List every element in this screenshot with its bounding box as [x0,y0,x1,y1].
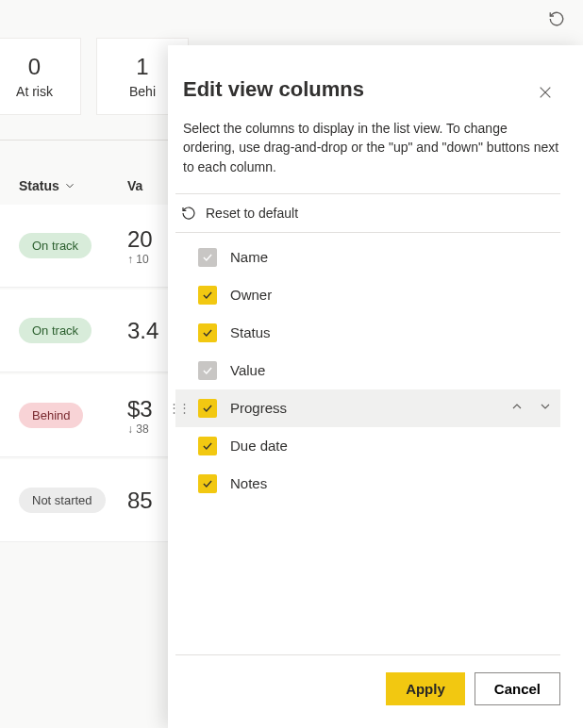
checkbox[interactable] [198,474,217,493]
panel-footer: Apply Cancel [175,654,560,728]
checkbox [198,361,217,380]
drag-handle-icon[interactable]: ⋮⋮ [168,401,183,415]
column-list: ⋮⋮ Name ⋮⋮ Owner ⋮⋮ Status ⋮⋮ Value ⋮⋮ P… [175,233,560,508]
panel-title: Edit view columns [183,77,364,102]
column-label: Status [230,324,271,340]
checkbox[interactable] [198,399,217,418]
status-badge: On track [19,233,92,258]
status-badge: Not started [19,488,106,513]
column-label: Progress [230,400,287,416]
close-icon[interactable] [530,77,560,108]
stat-card[interactable]: 0 At risk [0,38,81,115]
reset-to-default[interactable]: Reset to default [175,193,560,233]
column-item[interactable]: ⋮⋮ Progress [175,389,560,427]
column-label: Due date [230,438,288,454]
stat-number: 0 [0,54,75,80]
checkbox[interactable] [198,437,217,455]
checkbox[interactable] [198,323,217,342]
apply-button[interactable]: Apply [386,672,465,705]
column-label: Name [230,249,268,265]
checkbox [198,248,217,267]
cancel-button[interactable]: Cancel [475,672,560,705]
panel-description: Select the columns to display in the lis… [175,115,560,193]
column-item[interactable]: ⋮⋮ Name [175,239,560,276]
column-label: Value [230,362,265,378]
status-badge: Behind [19,403,83,428]
reset-label: Reset to default [206,206,298,221]
column-item[interactable]: ⋮⋮ Status [175,314,560,352]
column-item[interactable]: ⋮⋮ Due date [175,427,560,465]
column-label: Notes [230,475,267,491]
column-label: Owner [230,287,272,303]
checkbox[interactable] [198,286,217,305]
edit-columns-panel: Edit view columns Select the columns to … [168,45,583,728]
column-item[interactable]: ⋮⋮ Owner [175,276,560,314]
column-header-status[interactable]: Status [19,178,127,193]
move-down-icon[interactable] [538,399,553,417]
column-item[interactable]: ⋮⋮ Value [175,352,560,389]
topbar [0,0,583,38]
column-item[interactable]: ⋮⋮ Notes [175,465,560,503]
move-up-icon[interactable] [509,399,525,417]
status-badge: On track [19,318,92,343]
refresh-icon[interactable] [541,4,572,34]
stat-label: At risk [0,84,75,99]
